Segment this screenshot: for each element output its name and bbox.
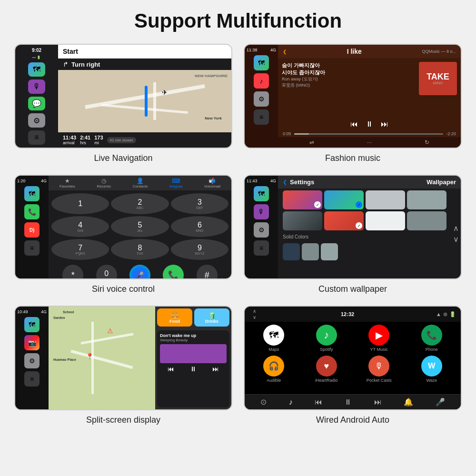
wall-maps-icon[interactable]: 🗺 xyxy=(254,186,269,201)
music-more-icon[interactable]: ··· xyxy=(367,139,372,146)
split-music-widget: Don't wake me up Sleeping Beauty ⏮ ⏸ ⏭ xyxy=(157,330,229,407)
wall-scroll-btns: ∧ ∨ xyxy=(451,188,461,278)
music-settings-icon[interactable]: ⚙ xyxy=(254,91,269,107)
keypad-star[interactable]: * xyxy=(62,265,83,279)
phone-menu-icon[interactable]: ≡ xyxy=(24,240,40,256)
phone-tab-voicemail[interactable]: 📬 Voicemail xyxy=(204,178,220,188)
phone-tab-contacts[interactable]: 👤 Contacts xyxy=(133,178,148,188)
android-audible-label: Audible xyxy=(267,378,281,383)
wall-solid-1[interactable] xyxy=(283,243,300,260)
wall-swatches-grid: ✓ ✓ ✓ xyxy=(278,188,451,232)
android-app-maps[interactable]: 🗺 Maps xyxy=(249,325,298,352)
wall-solid-2[interactable] xyxy=(302,243,319,260)
call-button[interactable]: 📞 xyxy=(163,265,184,279)
split-prev-btn[interactable]: ⏮ xyxy=(168,365,174,373)
android-app-phone[interactable]: 📞 Phone xyxy=(407,325,456,352)
keypad-1[interactable]: 1 xyxy=(51,193,109,214)
wall-scroll-up[interactable]: ∧ xyxy=(453,224,459,233)
split-next-btn[interactable]: ⏭ xyxy=(212,365,219,373)
split-screen-display: 10:49 4G 🗺 📷 ⚙ ≡ School Garden xyxy=(14,306,232,410)
wall-menu-icon[interactable]: ≡ xyxy=(254,240,269,256)
split-food-btn[interactable]: 🍔 Food xyxy=(157,308,192,327)
keypad-8[interactable]: 8TUV xyxy=(111,239,169,260)
music-pause-btn[interactable]: ⏸ xyxy=(366,120,373,129)
wall-podcast-icon[interactable]: 🎙 xyxy=(254,204,269,219)
split-settings-icon[interactable]: ⚙ xyxy=(24,353,40,368)
android-spotify-bottom-icon[interactable]: ♪ xyxy=(289,398,293,407)
android-app-iheartradio[interactable]: ♥ iHeartRadio xyxy=(302,356,351,383)
wall-swatch-6[interactable]: ✓ xyxy=(324,211,364,230)
wall-back-btn[interactable]: ❮ xyxy=(283,179,287,185)
nav-podcast-icon[interactable]: 🎙 xyxy=(28,79,45,94)
android-app-audible[interactable]: 🎧 Audible xyxy=(249,356,298,383)
wall-scroll-down[interactable]: ∨ xyxy=(453,235,459,244)
music-song-line2: 시야도 좁아지잖아 xyxy=(282,69,415,76)
android-screen: ∧ ∨ 12:32 ▲ ⊛ 🔋 🗺 Maps xyxy=(244,306,462,410)
split-maps-icon[interactable]: 🗺 xyxy=(24,317,40,332)
wall-swatch-5[interactable] xyxy=(283,211,322,230)
phone-phone-icon[interactable]: 📞 xyxy=(24,204,40,219)
page-title: Support Multifunction xyxy=(134,10,342,32)
split-map[interactable]: School Garden Huamao Place 📍 ⚠ xyxy=(49,307,155,409)
music-menu-icon[interactable]: ≡ xyxy=(254,109,269,125)
nav-maps-icon[interactable]: 🗺 xyxy=(28,62,45,77)
keypad-hash[interactable]: # xyxy=(197,265,218,279)
android-skip-fwd-icon[interactable]: ⏭ xyxy=(374,398,382,407)
music-prev-btn[interactable]: ⏮ xyxy=(350,120,358,129)
keypad-3[interactable]: 3DEF xyxy=(171,193,228,214)
nav-map[interactable]: NEW HAMPSHIRE New York ✈ xyxy=(58,70,231,132)
music-music-icon[interactable]: ♪ xyxy=(254,73,269,89)
nav-menu-icon[interactable]: ≡ xyxy=(28,130,45,145)
split-drinks-btn[interactable]: 🧃 Drinks xyxy=(194,308,229,327)
android-waze-icon: W xyxy=(421,356,442,377)
android-bell-icon[interactable]: 🔔 xyxy=(404,397,413,407)
wall-swatch-4[interactable] xyxy=(407,190,446,209)
nav-plane-icon: ✈ xyxy=(162,89,168,96)
wall-swatch-2[interactable]: ✓ xyxy=(324,190,364,209)
wall-swatch-7[interactable] xyxy=(366,211,405,230)
android-skip-back-icon[interactable]: ⏮ xyxy=(315,398,322,407)
phone-dnd-icon[interactable]: D) xyxy=(24,222,40,238)
android-app-ytmusic[interactable]: ▶ YT Music xyxy=(355,325,404,352)
phone-tab-keypad[interactable]: ⌨ Keypad xyxy=(169,178,182,188)
music-next-btn[interactable]: ⏭ xyxy=(381,120,388,129)
music-maps-icon[interactable]: 🗺 xyxy=(254,55,269,70)
android-chevron-up[interactable]: ∧ xyxy=(253,308,256,314)
keypad-7[interactable]: 7PQRS xyxy=(51,239,109,260)
android-app-waze[interactable]: W Waze xyxy=(407,356,456,383)
nav-settings-icon[interactable]: ⚙ xyxy=(28,113,45,128)
phone-time: 1:20 xyxy=(17,178,26,183)
keypad-0[interactable]: 0+ xyxy=(96,265,117,279)
android-mic-icon[interactable]: 🎤 xyxy=(436,397,445,407)
nav-mi: 173 xyxy=(94,135,103,140)
phone-tab-recents[interactable]: ◷ Recents xyxy=(97,178,111,188)
split-ig-icon[interactable]: 📷 xyxy=(24,335,40,350)
nav-slower-label: 41 min slower xyxy=(107,137,136,143)
keypad-2[interactable]: 2ABC xyxy=(111,193,169,214)
nav-messages-icon[interactable]: 💬 xyxy=(28,97,45,111)
wall-settings-icon[interactable]: ⚙ xyxy=(254,222,269,238)
android-home-icon[interactable]: ⊙ xyxy=(260,397,267,407)
keypad-9[interactable]: 9WXYZ xyxy=(171,239,228,260)
wall-swatch-3[interactable] xyxy=(366,190,405,209)
phone-tab-favorites[interactable]: ★ Favorites xyxy=(60,178,75,188)
split-pause-btn[interactable]: ⏸ xyxy=(190,365,197,373)
split-menu-icon[interactable]: ≡ xyxy=(24,371,40,387)
keypad-5[interactable]: 5JKL xyxy=(111,216,169,237)
phone-maps-icon[interactable]: 🗺 xyxy=(24,186,40,201)
android-pause-bottom-icon[interactable]: ⏸ xyxy=(344,398,352,407)
wall-swatch-1[interactable]: ✓ xyxy=(283,190,322,209)
card-split-screen: 10:49 4G 🗺 📷 ⚙ ≡ School Garden xyxy=(14,306,232,425)
keypad-4[interactable]: 4GHI xyxy=(51,216,109,237)
android-app-pocketcasts[interactable]: 🎙 Pocket Casts xyxy=(355,356,404,383)
keypad-6[interactable]: 6MNO xyxy=(171,216,228,237)
android-app-spotify[interactable]: ♪ Spotify xyxy=(302,325,351,352)
android-chevron-dn[interactable]: ∨ xyxy=(253,315,256,320)
music-repeat-icon[interactable]: ↻ xyxy=(425,139,429,146)
music-back-btn[interactable]: ❮ xyxy=(283,49,287,54)
split-right-panel: 🍔 Food 🧃 Drinks Don't wake me up Sleepin… xyxy=(155,307,231,409)
siri-button[interactable]: 🎤 xyxy=(129,265,150,279)
wall-swatch-8[interactable] xyxy=(407,211,446,230)
wall-solid-3[interactable] xyxy=(321,243,338,260)
music-shuffle-icon[interactable]: ⇌ xyxy=(309,139,314,146)
